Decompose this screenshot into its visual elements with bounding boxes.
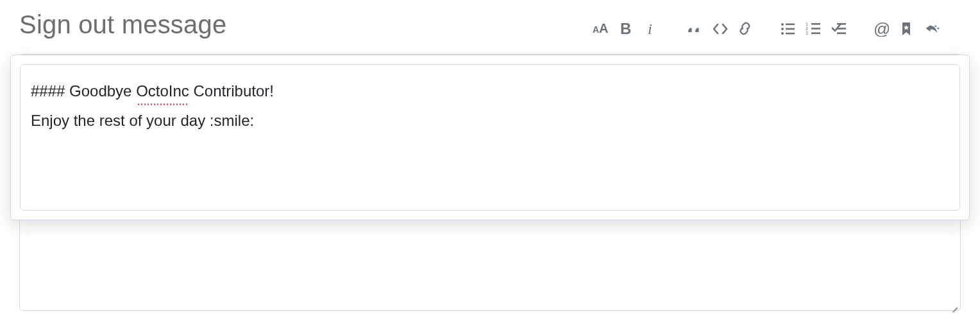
message-textarea-container: #### Goodbye OctoInc Contributor! Enjoy …: [19, 54, 961, 311]
mention-icon[interactable]: [874, 21, 890, 37]
bold-icon[interactable]: [618, 21, 635, 37]
bulleted-list-icon[interactable]: [780, 21, 797, 37]
editor-line-2: Enjoy the rest of your day :smile:: [31, 106, 949, 136]
link-icon[interactable]: [738, 21, 754, 37]
spellcheck-word: OctoInc: [136, 76, 189, 106]
editor-popup: #### Goodbye OctoInc Contributor! Enjoy …: [10, 55, 970, 220]
heading-icon[interactable]: [593, 21, 609, 37]
saved-reply-icon[interactable]: [899, 21, 916, 37]
resize-handle-icon[interactable]: [950, 300, 958, 308]
numbered-list-icon[interactable]: [806, 21, 822, 37]
reply-icon[interactable]: [925, 21, 942, 37]
formatting-toolbar: [580, 21, 954, 37]
editor-line-1: #### Goodbye OctoInc Contributor!: [31, 76, 949, 106]
message-textarea[interactable]: #### Goodbye OctoInc Contributor! Enjoy …: [20, 64, 960, 211]
section-title: Sign out message: [19, 10, 226, 39]
task-list-icon[interactable]: [831, 21, 848, 37]
code-icon[interactable]: [712, 21, 729, 37]
italic-icon[interactable]: [644, 21, 661, 37]
quote-icon[interactable]: [686, 21, 703, 37]
